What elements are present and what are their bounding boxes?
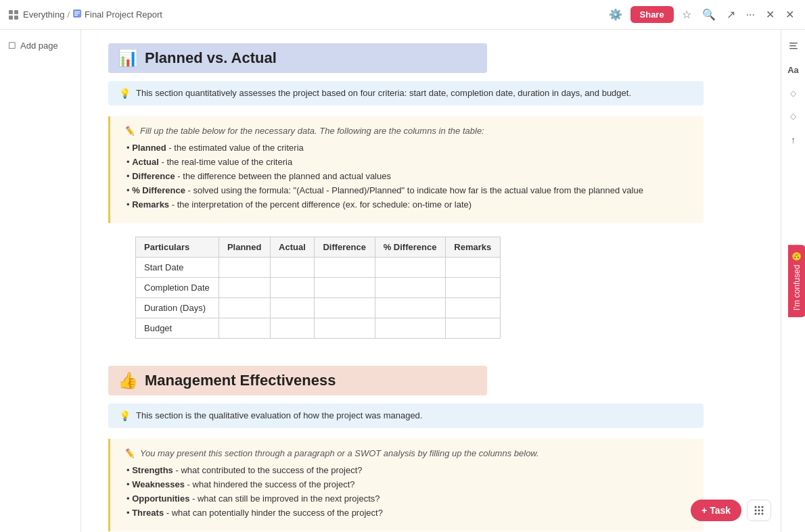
planned-bulb-icon: 💡 [119,88,131,99]
svg-point-16 [762,510,764,512]
row-start-date-actual[interactable] [271,258,315,278]
row-budget-pct[interactable] [375,318,446,339]
row-completion-actual[interactable] [271,278,315,298]
mgmt-note-header-text: You may present this section through a p… [140,448,539,458]
list-item: % Difference - solved using the formula:… [124,185,690,195]
align-button[interactable] [785,38,802,54]
planned-table: Particulars Planned Actual Difference % … [135,237,501,339]
row-start-date-diff[interactable] [315,258,375,278]
settings-button[interactable]: ⚙️ [606,5,625,24]
list-item: Actual - the real-time value of the crit… [124,157,690,167]
svg-rect-9 [789,45,796,47]
svg-rect-10 [789,48,798,49]
row-duration-actual[interactable] [271,298,315,318]
topbar-right: ⚙️ Share ☆ 🔍 ↗ ··· ✕ ✕ [606,5,797,24]
mgmt-bulb-icon: 💡 [119,410,131,421]
task-button[interactable]: + Task [691,500,741,521]
export-button[interactable]: ↗ [724,5,738,24]
grid-dots-button[interactable] [747,500,771,521]
svg-point-19 [762,513,764,515]
svg-point-17 [755,513,757,515]
planned-note-list: Planned - the estimated value of the cri… [124,143,690,210]
app-grid-icon [8,9,19,20]
star-button[interactable]: ☆ [679,5,694,24]
row-completion-diff[interactable] [315,278,375,298]
section-planned-title-block: 📊 Planned vs. Actual [108,43,487,73]
close-button[interactable]: ✕ [783,5,797,24]
mgmt-emoji: 👍 [118,371,138,390]
doc-icon [72,9,82,20]
row-completion-planned[interactable] [218,278,270,298]
planned-table-wrapper: Particulars Planned Actual Difference % … [108,237,754,339]
breadcrumb: Everything / Final Project Report [23,9,162,20]
font-button[interactable]: Aa [785,62,802,78]
mgmt-title: Management Effectiveness [145,372,336,389]
topbar-left: Everything / Final Project Report [8,9,606,20]
down-arrow-button[interactable]: ◇ [787,109,799,124]
table-row: Completion Date [136,278,501,298]
col-pct-difference: % Difference [375,237,446,258]
svg-rect-6 [74,13,80,14]
table-row: Start Date [136,258,501,278]
share-toolbar-button[interactable]: ↑ [788,132,798,148]
col-planned: Planned [218,237,270,258]
row-completion-pct[interactable] [375,278,446,298]
list-item: Planned - the estimated value of the cri… [124,143,690,153]
planned-note-header-text: Fill up the table below for the necessar… [140,126,484,136]
confused-button[interactable]: I'm confused 😕 [788,245,805,317]
sidebar: ☐ Add page [0,30,81,532]
planned-info-block: 💡 This section quantitatively assesses t… [108,81,704,105]
mgmt-info-text: This section is the qualitative evaluati… [136,410,422,420]
breadcrumb-doc-title[interactable]: Final Project Report [85,9,162,20]
svg-rect-0 [9,10,13,14]
row-duration-planned[interactable] [218,298,270,318]
expand-button[interactable]: ✕ [763,5,777,24]
row-budget-label: Budget [136,318,219,339]
row-duration-diff[interactable] [315,298,375,318]
col-actual: Actual [271,237,315,258]
svg-point-11 [755,506,757,508]
row-budget-actual[interactable] [271,318,315,339]
svg-point-13 [762,506,764,508]
row-start-date-planned[interactable] [218,258,270,278]
table-header-row: Particulars Planned Actual Difference % … [136,237,501,258]
mgmt-pencil-icon: ✏️ [124,448,135,458]
svg-rect-5 [74,11,80,12]
svg-point-14 [755,510,757,512]
confused-label: I'm confused [792,264,802,310]
content-area: 📊 Planned vs. Actual 💡 This section quan… [81,30,781,532]
list-item: Weaknesses - what hindered the success o… [124,479,690,489]
row-completion-remarks[interactable] [446,278,501,298]
share-button[interactable]: Share [630,6,674,23]
add-page-button[interactable]: ☐ Add page [5,38,75,53]
row-start-date-label: Start Date [136,258,219,278]
svg-point-12 [758,506,760,508]
search-button[interactable]: 🔍 [699,5,718,24]
col-difference: Difference [315,237,375,258]
planned-note-header: ✏️ Fill up the table below for the neces… [124,126,690,136]
row-duration-pct[interactable] [375,298,446,318]
row-budget-planned[interactable] [218,318,270,339]
row-duration-remarks[interactable] [446,298,501,318]
row-budget-diff[interactable] [315,318,375,339]
row-budget-remarks[interactable] [446,318,501,339]
row-start-date-remarks[interactable] [446,258,501,278]
table-row: Duration (Days) [136,298,501,318]
bottom-bar: + Task [691,500,771,521]
row-start-date-pct[interactable] [375,258,446,278]
more-button[interactable]: ··· [743,6,758,24]
list-item: Threats - what can potentially hinder th… [124,508,690,518]
right-toolbar: Aa ◇ ◇ ↑ I'm confused 😕 [781,30,805,532]
svg-rect-2 [9,16,13,20]
breadcrumb-home[interactable]: Everything [23,9,64,20]
mgmt-note-header: ✏️ You may present this section through … [124,448,690,458]
svg-rect-7 [74,15,78,16]
breadcrumb-sep: / [67,9,70,20]
svg-rect-1 [14,10,18,14]
list-item: Difference - the difference between the … [124,171,690,181]
pencil-icon: ✏️ [124,126,135,136]
up-arrow-button[interactable]: ◇ [787,86,799,101]
svg-point-18 [758,513,760,515]
table-row: Budget [136,318,501,339]
row-completion-date-label: Completion Date [136,278,219,298]
